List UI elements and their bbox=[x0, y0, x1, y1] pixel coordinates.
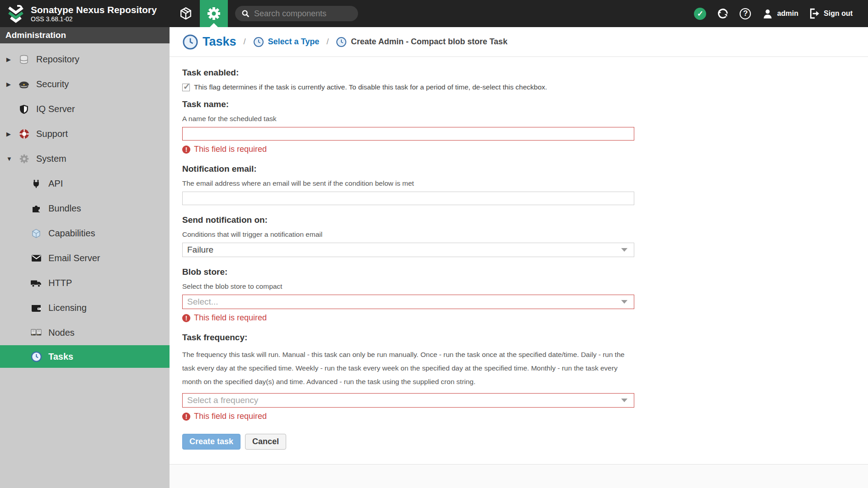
header-right: ✓ ? admin bbox=[694, 7, 868, 20]
sidebar-item-label: System bbox=[36, 154, 66, 164]
task-frequency-label: Task frequency: bbox=[182, 333, 635, 343]
task-enabled-checkbox[interactable]: ✓ bbox=[182, 84, 190, 91]
sidebar-item-label: Licensing bbox=[48, 303, 87, 313]
active-mode-caret bbox=[210, 23, 218, 27]
notification-email-helper: The email address where an email will be… bbox=[182, 179, 635, 188]
expand-arrow-icon[interactable]: ▶ bbox=[6, 131, 18, 137]
user-icon bbox=[762, 8, 774, 19]
task-frequency-select[interactable]: Select a frequency bbox=[182, 393, 634, 408]
collapse-arrow-icon[interactable]: ▼ bbox=[6, 155, 18, 162]
breadcrumb-current-label: Create Admin - Compact blob store Task bbox=[351, 37, 507, 47]
task-enabled-label: Task enabled: bbox=[182, 68, 635, 78]
error-icon: ! bbox=[182, 314, 190, 322]
shield-icon bbox=[18, 103, 30, 115]
sign-out-button[interactable]: Sign out bbox=[808, 8, 853, 19]
task-name-helper: A name for the scheduled task bbox=[182, 115, 635, 123]
plug-icon bbox=[30, 178, 42, 190]
expand-arrow-icon[interactable]: ▶ bbox=[6, 56, 18, 63]
blob-store-helper: Select the blob store to compact bbox=[182, 282, 635, 291]
error-icon: ! bbox=[182, 413, 190, 421]
sidebar-section-title: Administration bbox=[0, 27, 170, 43]
sidebar-item-label: IQ Server bbox=[36, 104, 75, 114]
sidebar-item-nodes[interactable]: Nodes bbox=[0, 320, 170, 345]
sidebar-item-api[interactable]: API bbox=[0, 171, 170, 196]
breadcrumb-type-label[interactable]: Select a Type bbox=[268, 37, 320, 47]
breadcrumb-tasks[interactable]: Tasks bbox=[182, 34, 236, 50]
task-enabled-description: This flag determines if the task is curr… bbox=[194, 83, 547, 91]
sidebar-item-label: Repository bbox=[36, 54, 80, 65]
browse-cube-icon bbox=[179, 6, 193, 21]
task-name-error: ! This field is required bbox=[182, 145, 635, 154]
send-notification-label: Send notification on: bbox=[182, 215, 635, 225]
chevron-down-icon bbox=[621, 248, 627, 252]
breadcrumb-separator: / bbox=[242, 37, 248, 47]
sidebar-item-label: Support bbox=[36, 129, 68, 139]
username-label: admin bbox=[777, 9, 798, 18]
gear-icon bbox=[18, 153, 30, 165]
notification-email-label: Notification email: bbox=[182, 164, 635, 174]
blob-store-error: ! This field is required bbox=[182, 313, 635, 323]
task-name-input[interactable] bbox=[182, 127, 634, 141]
blob-store-select[interactable]: Select... bbox=[182, 295, 634, 309]
sidebar-nav: ▶ Repository ▶ Security IQ Server ▶ bbox=[0, 43, 170, 368]
sidebar-item-http[interactable]: HTTP bbox=[0, 271, 170, 296]
sidebar-item-label: Security bbox=[36, 79, 69, 89]
sidebar-item-support[interactable]: ▶ Support bbox=[0, 122, 170, 146]
sidebar-item-security[interactable]: ▶ Security bbox=[0, 72, 170, 97]
search-box[interactable] bbox=[235, 6, 358, 21]
sidebar-item-bundles[interactable]: Bundles bbox=[0, 196, 170, 221]
sidebar-item-licensing[interactable]: Licensing bbox=[0, 296, 170, 320]
clock-icon bbox=[336, 37, 347, 47]
sidebar-item-email-server[interactable]: Email Server bbox=[0, 246, 170, 271]
create-task-form: Task enabled: ✓ This flag determines if … bbox=[170, 57, 635, 450]
task-frequency-placeholder: Select a frequency bbox=[187, 395, 621, 405]
puzzle-icon bbox=[30, 203, 42, 215]
task-name-label: Task name: bbox=[182, 99, 635, 109]
sidebar-item-tasks[interactable]: Tasks bbox=[0, 345, 170, 368]
sidebar-item-label: Email Server bbox=[48, 253, 100, 263]
content-footer-area bbox=[170, 465, 868, 488]
help-icon[interactable]: ? bbox=[739, 7, 752, 20]
clock-icon bbox=[30, 351, 42, 362]
sign-out-icon bbox=[808, 8, 820, 19]
sidebar-item-iq-server[interactable]: IQ Server bbox=[0, 97, 170, 122]
sidebar-item-label: Capabilities bbox=[48, 228, 95, 239]
cube-icon bbox=[30, 228, 42, 239]
health-check-icon[interactable]: ✓ bbox=[694, 7, 707, 20]
chevron-down-icon bbox=[621, 399, 627, 402]
clock-icon bbox=[182, 34, 198, 50]
error-icon: ! bbox=[182, 145, 190, 154]
user-menu[interactable]: admin bbox=[762, 8, 798, 19]
breadcrumb-current: Create Admin - Compact blob store Task bbox=[336, 37, 507, 47]
refresh-icon[interactable] bbox=[717, 7, 729, 20]
create-task-button[interactable]: Create task bbox=[182, 434, 241, 450]
sonatype-logo-icon bbox=[6, 4, 25, 23]
breadcrumb-root-label[interactable]: Tasks bbox=[203, 35, 236, 49]
expand-arrow-icon[interactable]: ▶ bbox=[6, 81, 18, 88]
blob-store-placeholder: Select... bbox=[187, 297, 621, 307]
send-notification-helper: Conditions that will trigger a notificat… bbox=[182, 230, 635, 239]
police-cap-icon bbox=[18, 79, 30, 90]
notification-email-input[interactable] bbox=[182, 192, 634, 205]
browse-mode-button[interactable] bbox=[172, 0, 200, 27]
sidebar-item-repository[interactable]: ▶ Repository bbox=[0, 47, 170, 72]
admin-mode-button[interactable] bbox=[200, 0, 228, 27]
sidebar-item-label: Bundles bbox=[48, 203, 81, 214]
sidebar-item-label: API bbox=[48, 178, 63, 189]
brand-version: OSS 3.68.1-02 bbox=[31, 15, 157, 23]
search-input[interactable] bbox=[254, 9, 349, 19]
clock-icon bbox=[253, 37, 264, 47]
sidebar-item-label: Nodes bbox=[48, 328, 75, 338]
search-icon bbox=[241, 9, 250, 18]
cancel-button[interactable]: Cancel bbox=[245, 434, 286, 450]
blob-store-label: Blob store: bbox=[182, 267, 635, 277]
sidebar-item-system[interactable]: ▼ System bbox=[0, 146, 170, 171]
task-frequency-error: ! This field is required bbox=[182, 412, 635, 421]
breadcrumb: Tasks / Select a Type / Create Admin - C… bbox=[170, 27, 868, 57]
breadcrumb-separator: / bbox=[325, 37, 330, 47]
breadcrumb-select-type[interactable]: Select a Type bbox=[253, 37, 320, 47]
send-notification-select[interactable]: Failure bbox=[182, 243, 634, 257]
sidebar-item-capabilities[interactable]: Capabilities bbox=[0, 221, 170, 246]
sidebar-item-label: HTTP bbox=[48, 278, 72, 288]
chevron-down-icon bbox=[621, 300, 627, 304]
